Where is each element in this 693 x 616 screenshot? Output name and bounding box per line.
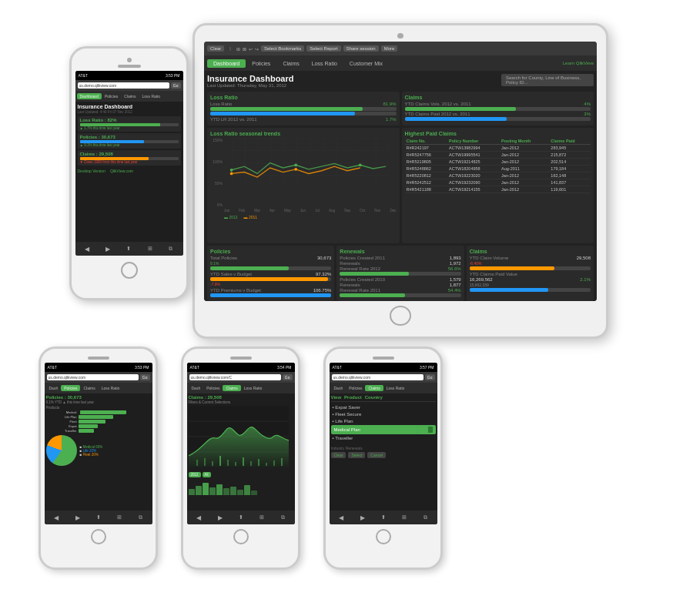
- loss-ratio-title: Loss Ratio: [210, 95, 397, 100]
- b3-share-icon[interactable]: ⬆: [381, 514, 386, 521]
- phone-speaker: [118, 65, 141, 68]
- clear-button[interactable]: Clear: [207, 45, 224, 52]
- b1-back-icon[interactable]: ◀: [54, 514, 59, 521]
- view-label: View: [331, 395, 342, 400]
- b2-url-bar[interactable]: us.demo.qlikview.com/C Go: [187, 372, 295, 383]
- b1-home-button[interactable]: [91, 529, 106, 544]
- b1-carrier: AT&T: [48, 365, 57, 370]
- ytd-volume-change: -6.40%: [470, 261, 591, 266]
- search-input[interactable]: Search for County, Line of Business, Pol…: [501, 74, 594, 86]
- svg-rect-13: [219, 456, 221, 466]
- tablet-camera: [397, 33, 403, 38]
- b3-url-bar[interactable]: us.demo.qlikview.com Go: [330, 372, 437, 383]
- b2-home-button[interactable]: [233, 529, 249, 544]
- b1-url-bar[interactable]: us.demo.qlikview.com Go: [45, 372, 152, 383]
- tab-policies[interactable]: Policies: [102, 93, 121, 99]
- filter-tag[interactable]: 2012: [189, 472, 201, 477]
- b1-bkmk-icon[interactable]: ⊞: [117, 514, 122, 521]
- tablet-toolbar: Clear | ⊞ ⊠ ↩ ↪ Select Bookmarks Select …: [204, 42, 597, 55]
- b1-tab-policies[interactable]: Policies: [61, 385, 80, 391]
- b1-go[interactable]: Go: [140, 374, 150, 380]
- bookmark-icon[interactable]: ⊞: [146, 244, 155, 253]
- b3-tab-lr[interactable]: Loss Ratio: [383, 385, 408, 391]
- b2-tabs-icon[interactable]: ⧉: [281, 514, 285, 521]
- b2-mini-bars: [189, 480, 293, 495]
- b2-url[interactable]: us.demo.qlikview.com/C: [189, 374, 281, 380]
- tab-claims[interactable]: Claims: [121, 93, 139, 99]
- product-item-traveller[interactable]: • Traveller: [331, 435, 436, 441]
- b2-tab-dashboard[interactable]: Dash: [189, 385, 204, 391]
- b1-tabs-icon[interactable]: ⧉: [139, 514, 142, 521]
- product-item-fleet[interactable]: • Fleet Secure: [331, 411, 436, 417]
- b1-url[interactable]: us.demo.qlikview.com: [47, 374, 139, 380]
- claims-table: Claim No. Policy Number Posting Month Cl…: [405, 138, 591, 193]
- b1-tab-dashboard[interactable]: Dash: [46, 385, 62, 391]
- b3-fwd-icon[interactable]: ▶: [360, 514, 365, 521]
- tab-loss-ratio[interactable]: Loss Ratio: [306, 59, 343, 68]
- metric-policies: Policies : 30,673 ▲ 9.1% this time last …: [78, 133, 181, 149]
- learn-qlikview-link[interactable]: Learn QlikView: [563, 61, 594, 65]
- b3-footer-text: Industry Renewals: [331, 446, 436, 450]
- cancel-btn[interactable]: Cancel: [367, 452, 386, 458]
- b3-tab-claims[interactable]: Claims: [365, 385, 383, 391]
- report-button[interactable]: Select Report: [306, 45, 340, 52]
- bookmarks-button[interactable]: Select Bookmarks: [261, 45, 304, 52]
- tab-loss-ratio[interactable]: Loss Ratio: [139, 93, 163, 99]
- svg-rect-16: [243, 457, 244, 466]
- b3-bkmk-icon[interactable]: ⊞: [402, 514, 407, 521]
- filter-tag[interactable]: All: [203, 472, 211, 477]
- b1-share-icon[interactable]: ⬆: [96, 514, 101, 521]
- tab-policies[interactable]: Policies: [246, 59, 276, 68]
- b2-tab-policies[interactable]: Policies: [203, 385, 223, 391]
- share-icon[interactable]: ⬆: [124, 244, 133, 253]
- phone-nav: Dashboard Policies Claims Loss Ratio: [75, 91, 183, 102]
- tab-dashboard[interactable]: Dashboard: [207, 59, 246, 68]
- clear-btn[interactable]: Clear: [331, 452, 346, 458]
- b3-tab-dashboard[interactable]: Dash: [331, 385, 346, 391]
- phone-home-button[interactable]: [121, 262, 138, 279]
- go-button[interactable]: Go: [171, 82, 181, 89]
- desktop-version-link[interactable]: Desktop Version: [78, 169, 105, 173]
- table-row: R#R5219805ACTW19214825Jan-2012202,514: [405, 159, 591, 166]
- metric-loss-ratio: Loss Ratio : 82% ▲ 1.7% this time last y…: [78, 116, 181, 132]
- b3-tab-policies[interactable]: Policies: [346, 385, 365, 391]
- tab-dashboard[interactable]: Dashboard: [77, 93, 102, 99]
- phones-bottom-row: AT&T 3:53 PM us.demo.qlikview.com Go Das…: [38, 346, 443, 570]
- qlikview-link[interactable]: QlikView.com: [110, 169, 133, 173]
- b2-tab-lr[interactable]: Loss Ratio: [241, 385, 266, 391]
- select-btn[interactable]: Select: [348, 452, 365, 458]
- b2-tab-claims[interactable]: Claims: [223, 385, 240, 391]
- url-input[interactable]: us.demo.qlikview.com: [78, 82, 169, 89]
- b2-fwd-icon[interactable]: ▶: [218, 514, 223, 521]
- product-item-expat[interactable]: • Expat Saver: [331, 404, 436, 410]
- back-icon[interactable]: ◀: [82, 244, 92, 253]
- url-bar[interactable]: us.demo.qlikview.com Go: [75, 80, 183, 91]
- svg-rect-18: [258, 459, 259, 466]
- b2-bkmk-icon[interactable]: ⊞: [259, 514, 264, 521]
- b3-url[interactable]: us.demo.qlikview.com: [332, 374, 424, 380]
- more-button[interactable]: More: [381, 45, 398, 52]
- b2-go[interactable]: Go: [283, 374, 293, 380]
- b3-back-icon[interactable]: ◀: [339, 514, 343, 521]
- b3-go[interactable]: Go: [425, 374, 435, 380]
- ytd-paid-val: 3%: [584, 112, 591, 116]
- share-button[interactable]: Share session: [343, 45, 379, 52]
- b2-nav: Dash Policies Claims Loss Ratio: [187, 383, 295, 393]
- b2-share-icon[interactable]: ⬆: [239, 514, 243, 521]
- forward-icon[interactable]: ▶: [103, 244, 112, 253]
- b1-tab-lr[interactable]: Loss Ratio: [99, 385, 123, 391]
- product-item-medical[interactable]: Medical Plan: [331, 425, 436, 434]
- tab-claims[interactable]: Claims: [276, 59, 305, 68]
- b3-home-button[interactable]: [376, 529, 391, 544]
- b3-tabs-icon[interactable]: ⧉: [424, 514, 427, 521]
- b1-tab-claims[interactable]: Claims: [80, 385, 98, 391]
- table-row: R#R5220812ACTW19223020Jan-2012162,148: [405, 172, 591, 179]
- tablet-home-button[interactable]: [390, 306, 411, 326]
- phone-b3-speaker: [373, 357, 394, 360]
- tab-customer-mix[interactable]: Customer Mix: [343, 59, 389, 68]
- tabs-icon[interactable]: ⧉: [166, 244, 176, 253]
- product-item-life[interactable]: • Life Plan: [331, 418, 436, 424]
- b1-fwd-icon[interactable]: ▶: [75, 514, 80, 521]
- col-paid: Claims Paid: [549, 138, 591, 145]
- b2-back-icon[interactable]: ◀: [196, 514, 201, 521]
